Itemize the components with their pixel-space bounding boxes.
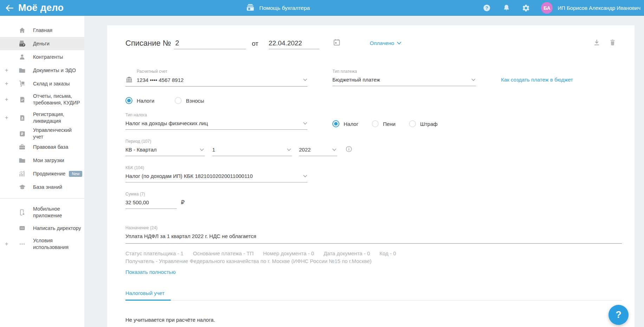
ruble-doc-icon: ₽ bbox=[18, 130, 26, 137]
sidebar-item-downloads[interactable]: Мои загрузки bbox=[0, 154, 84, 167]
sidebar-item-legal-base[interactable]: Правовая база bbox=[0, 140, 84, 154]
sidebar-item-documents[interactable]: + Документы и ЭДО bbox=[0, 64, 84, 77]
chevron-down-icon[interactable] bbox=[303, 122, 307, 125]
amount-input[interactable]: 32 500,00 bbox=[125, 199, 177, 209]
payment-details: Статус плательщика - 1 Основание платежа… bbox=[125, 250, 622, 276]
document-check-icon bbox=[18, 96, 26, 103]
bell-icon[interactable] bbox=[502, 4, 511, 13]
purpose-row: Назначение (24) Уплата НДФЛ за 1 квартал… bbox=[125, 225, 622, 244]
sidebar-item-terms[interactable]: + Условия использования bbox=[0, 235, 84, 253]
tab-tax-accounting[interactable]: Налоговый учет bbox=[125, 290, 171, 301]
sidebar-item-write-director[interactable]: Написать директору bbox=[0, 222, 84, 235]
period-quarter-select[interactable]: КВ - Квартал bbox=[125, 147, 205, 156]
sidebar-item-knowledge-base[interactable]: База знаний bbox=[0, 180, 84, 194]
sidebar-item-management[interactable]: ₽ Управленческий учет bbox=[0, 127, 84, 140]
download-icon[interactable] bbox=[593, 39, 600, 47]
bank-icon bbox=[125, 77, 133, 83]
sidebar-item-label: Мои загрузки bbox=[33, 157, 64, 164]
chat-dots-icon bbox=[18, 224, 26, 232]
show-more-link[interactable]: Показать полностью bbox=[125, 268, 176, 276]
folder-icon bbox=[18, 156, 26, 164]
folder-icon bbox=[18, 66, 26, 74]
period-year-select[interactable]: 2022 bbox=[299, 147, 337, 156]
sidebar-item-label: Склад и заказы bbox=[33, 81, 70, 87]
kbk-row: КБК (104) Налог (по доходам ИП) КБК 1821… bbox=[125, 165, 622, 182]
document-person-icon bbox=[18, 114, 26, 122]
dots-icon bbox=[18, 240, 26, 248]
tax-note: Не учитывается при расчёте налога. bbox=[125, 317, 622, 323]
promotion-chart-icon bbox=[18, 170, 26, 178]
expand-icon[interactable]: + bbox=[5, 115, 8, 121]
budget-payment-help-link[interactable]: Как создать платеж в бюджет bbox=[501, 77, 573, 86]
user-name[interactable]: ИП Борисов Александр Иванович bbox=[558, 5, 640, 11]
period-number-select[interactable]: 1 bbox=[212, 147, 292, 156]
detail-status: Статус плательщика - 1 bbox=[125, 250, 183, 257]
svg-text:?: ? bbox=[485, 5, 488, 11]
sidebar-item-registration[interactable]: + Регистрация, ликвидация bbox=[0, 109, 84, 127]
tabs-bar: Налоговый учет bbox=[125, 290, 622, 301]
chevron-down-icon[interactable] bbox=[303, 175, 307, 178]
radio-contributions[interactable]: Взносы bbox=[175, 97, 204, 104]
payment-kind-radio-group: Налог Пени Штраф bbox=[332, 120, 437, 130]
chevron-down-icon bbox=[332, 148, 337, 151]
sidebar-item-warehouse[interactable]: + Склад и заказы bbox=[0, 77, 84, 90]
radio-tax[interactable]: Налог bbox=[332, 120, 358, 127]
help-fab-button[interactable]: ? bbox=[609, 305, 629, 325]
person-icon bbox=[18, 53, 26, 61]
purpose-input[interactable]: Уплата НДФЛ за 1 квартал 2022 г. НДС не … bbox=[125, 233, 622, 244]
tax-type-label: Тип налога bbox=[125, 113, 307, 117]
tax-type-field[interactable]: Тип налога Налог на доходы физических ли… bbox=[125, 113, 307, 130]
sidebar-divider bbox=[0, 198, 84, 199]
sidebar-item-label: Отчеты, письма, требования, КУДИР bbox=[33, 93, 80, 106]
expand-icon[interactable]: + bbox=[5, 81, 8, 86]
avatar[interactable]: БА bbox=[541, 2, 553, 14]
tax-type-row: Тип налога Налог на доходы физических ли… bbox=[125, 113, 622, 130]
kbk-value: Налог (по доходам ИП) КБК 18210102020011… bbox=[125, 173, 253, 179]
category-radio-group: Налоги Взносы bbox=[125, 97, 622, 104]
sidebar-item-mobile-app[interactable]: Мобильное приложение bbox=[0, 203, 84, 222]
expand-icon[interactable]: + bbox=[5, 241, 8, 247]
sidebar-item-reports[interactable]: + Отчеты, письма, требования, КУДИР bbox=[0, 90, 84, 109]
radio-selected-icon bbox=[125, 97, 132, 104]
sidebar-item-label: Контрагенты bbox=[33, 54, 63, 60]
document-number-input[interactable]: 2 bbox=[174, 39, 246, 49]
kbk-field[interactable]: КБК (104) Налог (по доходам ИП) КБК 1821… bbox=[125, 165, 307, 182]
payment-type-field[interactable]: Тип платежа Бюджетный платеж bbox=[332, 69, 476, 86]
period-row: Период (107) КВ - Квартал 1 bbox=[125, 139, 622, 156]
sidebar-item-promotion[interactable]: Продвижение New bbox=[0, 167, 84, 180]
account-label: Расчетный счет bbox=[125, 69, 307, 74]
expand-icon[interactable]: + bbox=[5, 68, 8, 73]
sidebar-item-contractors[interactable]: Контрагенты bbox=[0, 50, 84, 64]
help-icon[interactable]: ? bbox=[482, 4, 491, 13]
account-field[interactable]: Расчетный счет bbox=[125, 69, 307, 86]
amount-row: Сумма (7) 32 500,00 ₽ bbox=[125, 192, 622, 209]
sidebar-item-label: Написать директору bbox=[33, 225, 81, 232]
info-icon[interactable] bbox=[346, 146, 352, 152]
chevron-down-icon[interactable] bbox=[471, 78, 476, 81]
svg-text:₽: ₽ bbox=[22, 43, 24, 46]
radio-taxes[interactable]: Налоги bbox=[125, 97, 154, 104]
gear-icon[interactable] bbox=[521, 4, 531, 13]
chevron-down-icon[interactable] bbox=[303, 78, 307, 81]
back-arrow-icon[interactable] bbox=[4, 3, 15, 13]
sidebar-item-home[interactable]: Главная bbox=[0, 24, 84, 37]
radio-penalty[interactable]: Пени bbox=[372, 120, 396, 127]
accountant-help-button[interactable]: Помощь бухгалтера bbox=[246, 0, 310, 16]
app-logo[interactable]: Моё дело bbox=[18, 2, 64, 13]
sidebar-item-label: Регистрация, ликвидация bbox=[33, 111, 64, 124]
status-dropdown[interactable]: Оплачено bbox=[370, 40, 401, 49]
calendar-icon[interactable] bbox=[333, 38, 341, 49]
date-input[interactable]: 22.04.2022 bbox=[269, 39, 319, 49]
detail-recipient: Получатель - Управление Федерального каз… bbox=[125, 257, 622, 265]
document-title: Списание № bbox=[125, 39, 171, 49]
sidebar-item-money[interactable]: ₽ Деньги bbox=[0, 37, 84, 50]
expand-icon[interactable]: + bbox=[5, 97, 8, 102]
header-right-group: ? БА ИП Борисов Александр Иванович bbox=[482, 0, 640, 16]
cash-icon bbox=[246, 4, 255, 13]
trash-icon[interactable] bbox=[609, 39, 616, 47]
trolley-icon bbox=[18, 80, 26, 88]
top-header: Моё дело Помощь бухгалтера ? bbox=[0, 0, 644, 16]
purpose-label: Назначение (24) bbox=[125, 225, 622, 230]
radio-fine[interactable]: Штраф bbox=[409, 120, 438, 127]
detail-basis: Основание платежа - ТП bbox=[193, 250, 254, 257]
